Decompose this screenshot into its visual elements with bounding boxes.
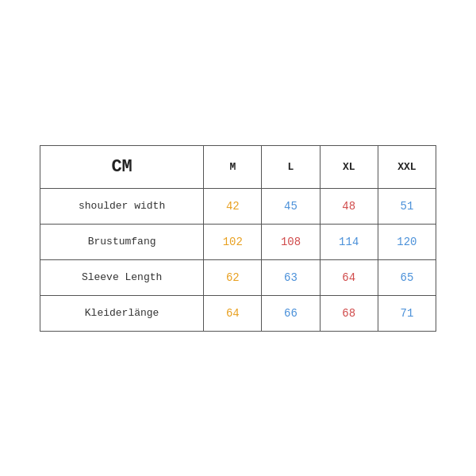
kleid-l: 66: [262, 295, 320, 331]
kleid-xl: 68: [320, 295, 378, 331]
size-header-l: L: [262, 145, 320, 188]
kleid-m: 64: [204, 295, 262, 331]
size-header-m: M: [204, 145, 262, 188]
sleeve-xxl: 65: [378, 259, 436, 295]
row-label-brust: Brustumfang: [40, 224, 204, 259]
table-row: Sleeve Length 62 63 64 65: [40, 259, 436, 295]
shoulder-xl: 48: [320, 188, 378, 224]
unit-header: CM: [40, 145, 204, 188]
size-header-xxl: XXL: [378, 145, 436, 188]
size-chart-wrapper: CM M L XL XXL shoulder width 42 45 48 51…: [40, 145, 436, 332]
brust-xxl: 120: [378, 224, 436, 259]
table-header-row: CM M L XL XXL: [40, 145, 436, 188]
brust-l: 108: [262, 224, 320, 259]
row-label-kleid: Kleiderlänge: [40, 295, 204, 331]
shoulder-xxl: 51: [378, 188, 436, 224]
size-header-xl: XL: [320, 145, 378, 188]
row-label-sleeve: Sleeve Length: [40, 259, 204, 295]
size-chart-table: CM M L XL XXL shoulder width 42 45 48 51…: [40, 145, 436, 332]
brust-xl: 114: [320, 224, 378, 259]
table-row: Kleiderlänge 64 66 68 71: [40, 295, 436, 331]
kleid-xxl: 71: [378, 295, 436, 331]
sleeve-m: 62: [204, 259, 262, 295]
sleeve-l: 63: [262, 259, 320, 295]
table-row: Brustumfang 102 108 114 120: [40, 224, 436, 259]
shoulder-m: 42: [204, 188, 262, 224]
shoulder-l: 45: [262, 188, 320, 224]
row-label-shoulder: shoulder width: [40, 188, 204, 224]
table-row: shoulder width 42 45 48 51: [40, 188, 436, 224]
brust-m: 102: [204, 224, 262, 259]
sleeve-xl: 64: [320, 259, 378, 295]
